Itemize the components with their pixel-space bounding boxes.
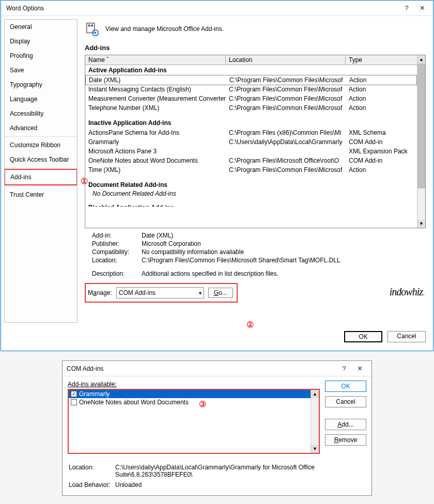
list-headers[interactable]: Name ˆ Location Type bbox=[85, 55, 417, 65]
sidebar-item-addins[interactable]: Add-ins bbox=[4, 169, 78, 185]
com-lb-value: Unloaded bbox=[115, 481, 365, 489]
addin-row[interactable]: Date (XML)C:\Program Files\Common Files\… bbox=[85, 75, 417, 85]
dialog-title: Word Options bbox=[4, 5, 399, 12]
no-document-addins: No Document Related Add-ins bbox=[85, 190, 417, 197]
sidebar-item-advanced[interactable]: Advanced bbox=[5, 121, 77, 135]
addin-row[interactable]: Microsoft Actions Pane 3XML Expansion Pa… bbox=[85, 147, 417, 156]
group-disabled: Disabled Application Add-ins bbox=[85, 202, 417, 207]
cancel-button[interactable]: Cancel bbox=[388, 331, 426, 342]
addin-row[interactable]: GrammarlyC:\Users\daily\AppData\Local\Gr… bbox=[85, 137, 417, 147]
svg-rect-2 bbox=[91, 25, 93, 27]
sidebar-item-display[interactable]: Display bbox=[5, 34, 77, 49]
detail-location-label: Location: bbox=[92, 257, 142, 264]
scroll-down-icon[interactable]: ▼ bbox=[417, 219, 425, 228]
callout-3: ③ bbox=[199, 399, 206, 409]
com-loc-value: C:\Users\daily\AppData\Local\Grammarly\G… bbox=[115, 464, 365, 478]
col-name[interactable]: Name ˆ bbox=[85, 55, 226, 65]
addin-details: Add-in:Date (XML) Publisher:Microsoft Co… bbox=[85, 228, 426, 281]
sidebar-item-customize-ribbon[interactable]: Customize Ribbon bbox=[5, 138, 77, 152]
sidebar-separator bbox=[5, 186, 77, 186]
ok-button[interactable]: OK bbox=[344, 331, 382, 342]
sidebar-item-trust-center[interactable]: Trust Center bbox=[5, 187, 77, 202]
content: General Display Proofing Save Typography… bbox=[1, 16, 433, 326]
help-button[interactable]: ? bbox=[336, 361, 352, 376]
watermark: indowhiz. bbox=[390, 286, 425, 298]
addin-row[interactable]: OneNote Notes about Word DocumentsC:\Pro… bbox=[85, 156, 417, 165]
detail-compat-value: No compatibility information available bbox=[142, 248, 419, 256]
available-label: Add-ins available: bbox=[68, 381, 320, 388]
header: View and manage Microsoft Office Add-ins… bbox=[85, 21, 426, 37]
available-row[interactable]: OneNote Notes about Word Documents bbox=[69, 398, 311, 406]
chevron-down-icon: ▾ bbox=[199, 290, 202, 296]
ok-button[interactable]: OK bbox=[325, 381, 366, 392]
scroll-up-icon[interactable]: ▲ bbox=[311, 390, 319, 398]
com-details: Location:C:\Users\daily\AppData\Local\Gr… bbox=[63, 460, 371, 495]
detail-desc-value: Additional actions specified in list des… bbox=[142, 270, 419, 277]
addin-row[interactable]: Time (XML)C:\Program Files\Common Files\… bbox=[85, 165, 417, 175]
add-button[interactable]: Add... bbox=[325, 419, 366, 430]
dialog2-title: COM Add-ins bbox=[67, 365, 336, 372]
sidebar: General Display Proofing Save Typography… bbox=[4, 19, 78, 323]
scroll-track[interactable] bbox=[417, 64, 425, 219]
manage-row: Manage: COM Add-ins ▾ Go... bbox=[85, 283, 238, 303]
footer-buttons: OK Cancel bbox=[1, 326, 433, 348]
manage-select-value: COM Add-ins bbox=[119, 289, 156, 296]
callout-2: ② bbox=[246, 320, 254, 329]
close-button[interactable]: ✕ bbox=[414, 1, 430, 15]
addin-row[interactable]: Instant Messaging Contacts (English)C:\P… bbox=[85, 85, 417, 94]
sidebar-separator bbox=[5, 168, 77, 168]
sidebar-item-general[interactable]: General bbox=[5, 20, 77, 34]
com-lb-label: Load Behavior: bbox=[69, 481, 115, 489]
available-row[interactable]: Grammarly bbox=[69, 390, 311, 398]
com-addins-dialog: COM Add-ins ? ✕ Add-ins available: Gramm… bbox=[62, 360, 372, 496]
addins-icon bbox=[85, 21, 100, 37]
titlebar: COM Add-ins ? ✕ bbox=[63, 361, 371, 376]
manage-label: Manage: bbox=[88, 289, 112, 296]
com-loc-label: Location: bbox=[69, 464, 115, 478]
help-button[interactable]: ? bbox=[399, 1, 414, 15]
addin-row[interactable]: Measurement Converter (Measurement Conve… bbox=[85, 94, 417, 103]
addin-row[interactable]: ActionsPane Schema for Add-InsC:\Program… bbox=[85, 128, 417, 137]
sidebar-item-quick-access[interactable]: Quick Access Toolbar bbox=[5, 152, 77, 167]
scroll-down-icon[interactable]: ▼ bbox=[311, 445, 319, 453]
checkbox[interactable] bbox=[71, 391, 77, 397]
col-type[interactable]: Type bbox=[346, 55, 417, 65]
scroll-track[interactable] bbox=[311, 398, 319, 445]
sidebar-item-typography[interactable]: Typography bbox=[5, 77, 77, 92]
manage-select[interactable]: COM Add-ins ▾ bbox=[116, 287, 204, 298]
sidebar-item-save[interactable]: Save bbox=[5, 63, 77, 77]
sidebar-item-proofing[interactable]: Proofing bbox=[5, 49, 77, 63]
cancel-button[interactable]: Cancel bbox=[325, 396, 366, 407]
scroll-up-icon[interactable]: ▲ bbox=[417, 55, 425, 64]
header-text: View and manage Microsoft Office Add-ins… bbox=[105, 25, 224, 33]
sidebar-separator bbox=[5, 136, 77, 137]
group-document: Document Related Add-ins bbox=[85, 180, 417, 190]
group-active: Active Application Add-ins bbox=[85, 65, 417, 75]
detail-desc-label: Description: bbox=[92, 270, 142, 277]
close-button[interactable]: ✕ bbox=[352, 361, 367, 376]
scrollbar[interactable]: ▲ ▼ bbox=[417, 55, 425, 228]
svg-rect-1 bbox=[88, 25, 90, 27]
detail-compat-label: Compatibility: bbox=[92, 248, 142, 256]
svg-point-4 bbox=[95, 32, 97, 34]
addin-row[interactable]: Telephone Number (XML)C:\Program Files\C… bbox=[85, 103, 417, 113]
checkbox[interactable] bbox=[71, 399, 77, 405]
callout-1: ① bbox=[81, 176, 88, 186]
available-list[interactable]: GrammarlyOneNote Notes about Word Docume… bbox=[68, 389, 320, 454]
detail-addin-label: Add-in: bbox=[92, 232, 142, 239]
detail-location-value: C:\Program Files\Common Files\Microsoft … bbox=[142, 257, 419, 264]
go-button[interactable]: Go... bbox=[208, 288, 233, 298]
col-location[interactable]: Location bbox=[226, 55, 346, 65]
scroll-thumb[interactable] bbox=[417, 64, 425, 188]
addins-list[interactable]: Name ˆ Location Type Active Application … bbox=[85, 55, 426, 228]
detail-publisher-label: Publisher: bbox=[92, 240, 142, 247]
section-title: Add-ins bbox=[85, 44, 426, 52]
scrollbar[interactable]: ▲ ▼ bbox=[311, 390, 319, 453]
sidebar-item-accessibility[interactable]: Accessibility bbox=[5, 106, 77, 121]
word-options-dialog: Word Options ? ✕ General Display Proofin… bbox=[1, 0, 433, 351]
detail-addin-value: Date (XML) bbox=[142, 232, 419, 239]
remove-button[interactable]: Remove bbox=[325, 434, 366, 446]
main-panel: View and manage Microsoft Office Add-ins… bbox=[78, 16, 433, 326]
sidebar-item-language[interactable]: Language bbox=[5, 92, 77, 106]
group-inactive: Inactive Application Add-ins bbox=[85, 118, 417, 128]
